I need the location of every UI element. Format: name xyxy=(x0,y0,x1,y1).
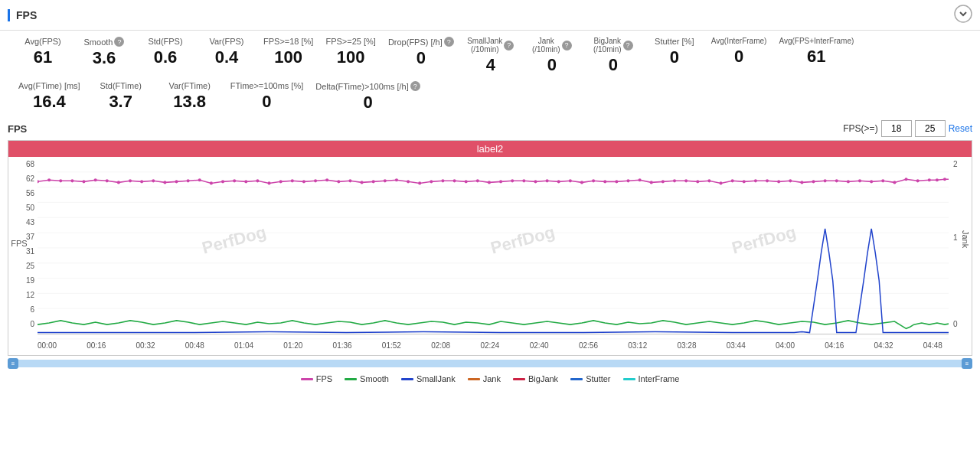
svg-point-20 xyxy=(117,181,120,184)
stat-label-jank: Jank(/10min) ? xyxy=(532,37,572,54)
stat-value-smalljank: 4 xyxy=(486,55,495,75)
stat-value-fps25: 100 xyxy=(337,47,365,67)
drop-fps-help-icon[interactable]: ? xyxy=(444,37,454,47)
stat-fps18: FPS>=18 [%] 100 xyxy=(257,37,319,67)
stat-label-delta-ftime: Delta(FTime)>100ms [/h] ? xyxy=(315,81,420,91)
stat-value-jank: 0 xyxy=(547,55,557,75)
svg-point-57 xyxy=(546,179,549,182)
y-label-62: 62 xyxy=(26,174,34,183)
svg-point-68 xyxy=(673,179,676,182)
stat-value-std-ftime: 3.7 xyxy=(109,92,132,112)
y-label-68: 68 xyxy=(26,160,34,168)
svg-point-78 xyxy=(789,179,792,182)
svg-point-87 xyxy=(893,181,896,184)
bigjank-help-icon[interactable]: ? xyxy=(623,41,633,51)
x-label-10: 02:40 xyxy=(530,341,549,350)
scrollbar-track[interactable]: ≡ ≡ xyxy=(8,360,972,367)
stat-var-ftime: Var(FTime) 13.8 xyxy=(155,81,224,112)
svg-point-35 xyxy=(291,179,294,182)
svg-point-36 xyxy=(302,180,305,183)
svg-point-62 xyxy=(603,180,606,183)
svg-point-82 xyxy=(835,179,838,182)
svg-point-16 xyxy=(70,179,74,182)
svg-point-45 xyxy=(407,180,410,183)
svg-point-73 xyxy=(731,179,734,182)
x-label-8: 02:08 xyxy=(431,341,450,350)
x-label-2: 00:32 xyxy=(136,341,155,350)
fps-gte-input-25[interactable] xyxy=(915,120,946,137)
x-label-11: 02:56 xyxy=(579,341,598,350)
y-axis-fps-label: FPS xyxy=(11,239,27,248)
jank-help-icon[interactable]: ? xyxy=(562,41,572,51)
scrollbar-right-handle[interactable]: ≡ xyxy=(962,358,972,369)
svg-point-14 xyxy=(47,178,51,181)
svg-point-24 xyxy=(163,181,166,184)
svg-point-86 xyxy=(881,179,884,182)
svg-point-18 xyxy=(94,178,97,181)
stat-label-avg-fps: Avg(FPS) xyxy=(24,37,60,46)
legend-jank: Jank xyxy=(468,374,501,383)
scrollbar-container[interactable]: ≡ ≡ xyxy=(8,357,972,370)
y-label-43: 43 xyxy=(26,218,34,227)
y-label-0: 0 xyxy=(30,320,34,328)
stat-delta-ftime: Delta(FTime)>100ms [/h] ? 0 xyxy=(309,81,426,112)
x-label-18: 04:48 xyxy=(923,341,942,350)
svg-point-58 xyxy=(557,180,560,183)
scrollbar-left-handle[interactable]: ≡ xyxy=(8,358,18,369)
smalljank-help-icon[interactable]: ? xyxy=(504,41,514,51)
fps-controls: FPS(>=) Reset xyxy=(843,120,972,137)
x-label-4: 01:04 xyxy=(234,341,253,350)
stat-smooth: Smooth ? 3.6 xyxy=(74,37,135,68)
svg-point-50 xyxy=(465,180,468,183)
x-label-15: 04:00 xyxy=(776,341,795,350)
svg-point-17 xyxy=(82,180,85,183)
legend-smooth: Smooth xyxy=(345,374,389,383)
reset-button[interactable]: Reset xyxy=(949,123,972,134)
svg-point-47 xyxy=(430,180,433,183)
legend-bigjank: BigJank xyxy=(513,374,558,383)
smooth-help-icon[interactable]: ? xyxy=(114,37,124,47)
svg-point-70 xyxy=(696,180,699,183)
x-label-7: 01:52 xyxy=(382,341,401,350)
fps-gte-label: FPS(>=) xyxy=(843,123,877,134)
dropdown-button[interactable] xyxy=(954,5,972,25)
stat-label-stutter: Stutter [%] xyxy=(655,37,694,46)
svg-point-13 xyxy=(38,180,39,183)
svg-point-63 xyxy=(615,180,618,183)
svg-point-15 xyxy=(59,179,62,182)
svg-point-40 xyxy=(348,179,351,182)
svg-point-49 xyxy=(453,179,456,182)
stat-label-smalljank: SmallJank(/10min) ? xyxy=(467,37,514,54)
stats-row-2: Avg(FTime) [ms] 16.4 Std(FTime) 3.7 Var(… xyxy=(12,78,968,112)
y-axis-jank-label: Jank xyxy=(961,230,970,248)
legend-interframe-color xyxy=(623,378,635,380)
y-label-31: 31 xyxy=(26,247,34,256)
svg-point-66 xyxy=(650,181,653,184)
svg-point-29 xyxy=(221,180,224,183)
svg-point-60 xyxy=(580,181,583,184)
stat-jank: Jank(/10min) ? 0 xyxy=(521,37,583,75)
delta-ftime-help-icon[interactable]: ? xyxy=(410,81,420,91)
stat-bigjank: BigJank(/10min) ? 0 xyxy=(583,37,644,75)
stat-fps25: FPS>=25 [%] 100 xyxy=(319,37,381,67)
chart-plot-area: PerfDog PerfDog PerfDog 68 62 56 50 43 3… xyxy=(8,157,972,341)
stat-value-avg-fps-interframe: 61 xyxy=(807,47,825,67)
x-label-12: 03:12 xyxy=(628,341,647,350)
svg-point-0 xyxy=(955,5,972,22)
svg-point-91 xyxy=(936,178,939,181)
svg-point-81 xyxy=(824,179,827,182)
fps-gte-input-18[interactable] xyxy=(881,120,912,137)
y-label-6: 6 xyxy=(30,305,34,314)
svg-point-39 xyxy=(337,180,340,183)
y-label-25: 25 xyxy=(26,262,34,270)
svg-point-21 xyxy=(129,179,132,182)
stat-label-bigjank: BigJank(/10min) ? xyxy=(593,37,633,54)
stat-var-fps: Var(FPS) 0.4 xyxy=(196,37,257,67)
svg-point-90 xyxy=(928,178,931,181)
stat-std-ftime: Std(FTime) 3.7 xyxy=(87,81,155,112)
svg-point-32 xyxy=(256,179,259,182)
header: FPS xyxy=(0,0,980,31)
stat-label-std-ftime: Std(FTime) xyxy=(100,81,142,90)
y-right-0: 0 xyxy=(953,320,958,328)
x-axis: 00:00 00:16 00:32 00:48 01:04 01:20 01:3… xyxy=(8,341,972,350)
